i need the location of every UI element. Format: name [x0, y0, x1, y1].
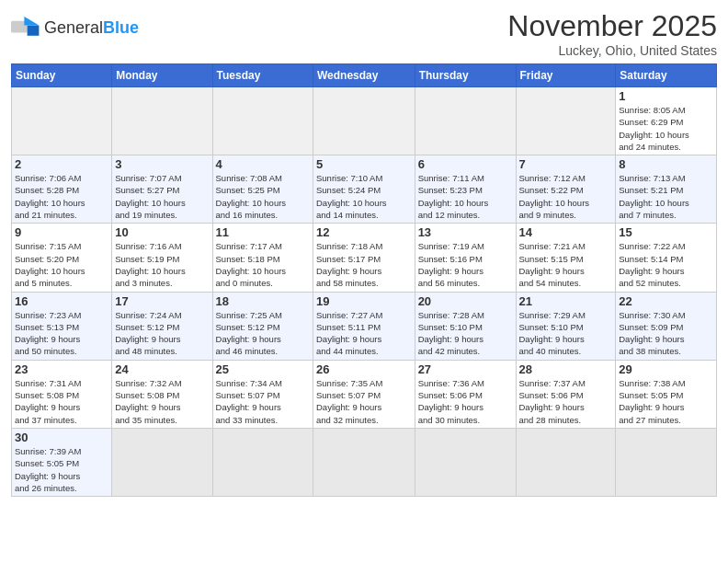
table-row: 11Sunrise: 7:17 AM Sunset: 5:18 PM Dayli…	[212, 224, 313, 292]
day-info: Sunrise: 7:25 AM Sunset: 5:12 PM Dayligh…	[216, 309, 310, 358]
day-number: 9	[15, 225, 108, 239]
day-info: Sunrise: 7:24 AM Sunset: 5:12 PM Dayligh…	[115, 309, 209, 358]
table-row: 21Sunrise: 7:29 AM Sunset: 5:10 PM Dayli…	[516, 292, 616, 360]
table-row: 14Sunrise: 7:21 AM Sunset: 5:15 PM Dayli…	[516, 224, 616, 292]
day-number: 12	[316, 225, 412, 239]
day-number: 3	[115, 157, 209, 171]
col-header-monday: Monday	[112, 64, 212, 87]
col-header-friday: Friday	[516, 64, 616, 87]
day-info: Sunrise: 7:16 AM Sunset: 5:19 PM Dayligh…	[115, 240, 209, 289]
logo: GeneralBlue	[11, 15, 139, 40]
table-row: 5Sunrise: 7:10 AM Sunset: 5:24 PM Daylig…	[313, 155, 415, 224]
day-number: 15	[619, 225, 713, 239]
table-row: 29Sunrise: 7:38 AM Sunset: 5:05 PM Dayli…	[616, 360, 717, 428]
table-row: 27Sunrise: 7:36 AM Sunset: 5:06 PM Dayli…	[415, 360, 516, 428]
day-number: 21	[519, 294, 613, 308]
day-number: 11	[216, 225, 310, 239]
table-row	[12, 87, 112, 155]
day-number: 22	[619, 294, 713, 308]
day-number: 25	[216, 362, 310, 376]
day-number: 6	[418, 157, 513, 171]
calendar-week-row: 9Sunrise: 7:15 AM Sunset: 5:20 PM Daylig…	[12, 224, 717, 292]
table-row: 24Sunrise: 7:32 AM Sunset: 5:08 PM Dayli…	[112, 360, 212, 428]
table-row: 17Sunrise: 7:24 AM Sunset: 5:12 PM Dayli…	[112, 292, 212, 360]
svg-marker-2	[28, 26, 40, 36]
table-row	[313, 87, 415, 155]
day-number: 8	[619, 157, 713, 171]
day-info: Sunrise: 7:11 AM Sunset: 5:23 PM Dayligh…	[418, 172, 513, 221]
generalblue-logo-icon	[11, 15, 40, 40]
table-row	[516, 87, 616, 155]
day-info: Sunrise: 7:22 AM Sunset: 5:14 PM Dayligh…	[619, 240, 713, 289]
day-info: Sunrise: 7:10 AM Sunset: 5:24 PM Dayligh…	[316, 172, 412, 221]
table-row: 12Sunrise: 7:18 AM Sunset: 5:17 PM Dayli…	[313, 224, 415, 292]
calendar-week-row: 2Sunrise: 7:06 AM Sunset: 5:28 PM Daylig…	[12, 155, 717, 224]
table-row: 16Sunrise: 7:23 AM Sunset: 5:13 PM Dayli…	[12, 292, 112, 360]
header: GeneralBlue November 2025 Luckey, Ohio, …	[11, 9, 717, 58]
page: GeneralBlue November 2025 Luckey, Ohio, …	[0, 0, 728, 506]
day-info: Sunrise: 7:36 AM Sunset: 5:06 PM Dayligh…	[418, 377, 513, 426]
table-row: 22Sunrise: 7:30 AM Sunset: 5:09 PM Dayli…	[616, 292, 717, 360]
table-row	[415, 87, 516, 155]
day-info: Sunrise: 7:29 AM Sunset: 5:10 PM Dayligh…	[519, 309, 613, 358]
day-info: Sunrise: 7:12 AM Sunset: 5:22 PM Dayligh…	[519, 172, 613, 221]
table-row	[415, 428, 516, 496]
location: Luckey, Ohio, United States	[507, 43, 717, 58]
table-row	[212, 87, 313, 155]
table-row: 2Sunrise: 7:06 AM Sunset: 5:28 PM Daylig…	[12, 155, 112, 224]
col-header-tuesday: Tuesday	[212, 64, 313, 87]
table-row: 8Sunrise: 7:13 AM Sunset: 5:21 PM Daylig…	[616, 155, 717, 224]
day-info: Sunrise: 7:08 AM Sunset: 5:25 PM Dayligh…	[216, 172, 310, 221]
day-info: Sunrise: 7:32 AM Sunset: 5:08 PM Dayligh…	[115, 377, 209, 426]
table-row: 18Sunrise: 7:25 AM Sunset: 5:12 PM Dayli…	[212, 292, 313, 360]
day-info: Sunrise: 7:34 AM Sunset: 5:07 PM Dayligh…	[216, 377, 310, 426]
day-info: Sunrise: 8:05 AM Sunset: 6:29 PM Dayligh…	[619, 104, 713, 153]
calendar-header-row: Sunday Monday Tuesday Wednesday Thursday…	[12, 64, 717, 87]
day-number: 1	[619, 89, 713, 103]
day-info: Sunrise: 7:38 AM Sunset: 5:05 PM Dayligh…	[619, 377, 713, 426]
day-number: 24	[115, 362, 209, 376]
table-row: 28Sunrise: 7:37 AM Sunset: 5:06 PM Dayli…	[516, 360, 616, 428]
day-info: Sunrise: 7:19 AM Sunset: 5:16 PM Dayligh…	[418, 240, 513, 289]
calendar-week-row: 23Sunrise: 7:31 AM Sunset: 5:08 PM Dayli…	[12, 360, 717, 428]
day-number: 29	[619, 362, 713, 376]
day-number: 7	[519, 157, 613, 171]
day-number: 18	[216, 294, 310, 308]
day-info: Sunrise: 7:18 AM Sunset: 5:17 PM Dayligh…	[316, 240, 412, 289]
day-number: 19	[316, 294, 412, 308]
table-row: 4Sunrise: 7:08 AM Sunset: 5:25 PM Daylig…	[212, 155, 313, 224]
table-row: 6Sunrise: 7:11 AM Sunset: 5:23 PM Daylig…	[415, 155, 516, 224]
day-info: Sunrise: 7:37 AM Sunset: 5:06 PM Dayligh…	[519, 377, 613, 426]
table-row: 1Sunrise: 8:05 AM Sunset: 6:29 PM Daylig…	[616, 87, 717, 155]
day-number: 16	[15, 294, 108, 308]
table-row	[616, 428, 717, 496]
col-header-wednesday: Wednesday	[313, 64, 415, 87]
day-number: 17	[115, 294, 209, 308]
table-row	[112, 428, 212, 496]
day-info: Sunrise: 7:06 AM Sunset: 5:28 PM Dayligh…	[15, 172, 108, 221]
day-number: 13	[418, 225, 513, 239]
day-number: 10	[115, 225, 209, 239]
calendar: Sunday Monday Tuesday Wednesday Thursday…	[11, 63, 717, 497]
table-row: 23Sunrise: 7:31 AM Sunset: 5:08 PM Dayli…	[12, 360, 112, 428]
table-row: 3Sunrise: 7:07 AM Sunset: 5:27 PM Daylig…	[112, 155, 212, 224]
day-info: Sunrise: 7:31 AM Sunset: 5:08 PM Dayligh…	[15, 377, 108, 426]
table-row: 15Sunrise: 7:22 AM Sunset: 5:14 PM Dayli…	[616, 224, 717, 292]
table-row: 10Sunrise: 7:16 AM Sunset: 5:19 PM Dayli…	[112, 224, 212, 292]
day-info: Sunrise: 7:35 AM Sunset: 5:07 PM Dayligh…	[316, 377, 412, 426]
table-row: 30Sunrise: 7:39 AM Sunset: 5:05 PM Dayli…	[12, 428, 112, 496]
day-number: 26	[316, 362, 412, 376]
day-info: Sunrise: 7:30 AM Sunset: 5:09 PM Dayligh…	[619, 309, 713, 358]
day-info: Sunrise: 7:39 AM Sunset: 5:05 PM Dayligh…	[15, 445, 108, 494]
day-number: 14	[519, 225, 613, 239]
day-number: 5	[316, 157, 412, 171]
table-row: 25Sunrise: 7:34 AM Sunset: 5:07 PM Dayli…	[212, 360, 313, 428]
day-number: 30	[15, 431, 108, 444]
col-header-saturday: Saturday	[616, 64, 717, 87]
day-number: 20	[418, 294, 513, 308]
day-info: Sunrise: 7:07 AM Sunset: 5:27 PM Dayligh…	[115, 172, 209, 221]
day-number: 28	[519, 362, 613, 376]
calendar-week-row: 16Sunrise: 7:23 AM Sunset: 5:13 PM Dayli…	[12, 292, 717, 360]
day-info: Sunrise: 7:27 AM Sunset: 5:11 PM Dayligh…	[316, 309, 412, 358]
col-header-thursday: Thursday	[415, 64, 516, 87]
